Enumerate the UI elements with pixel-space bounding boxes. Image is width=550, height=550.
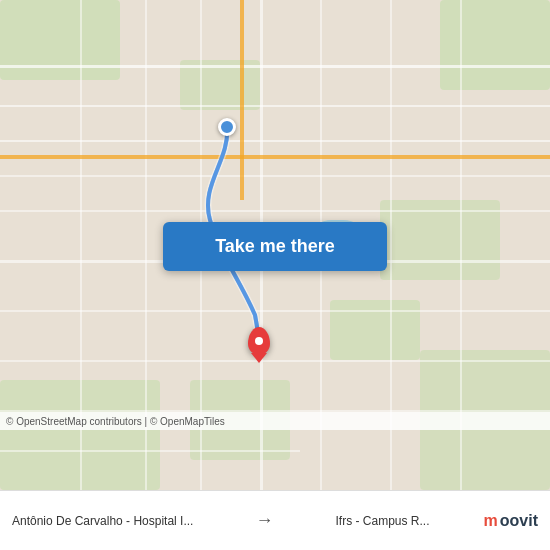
map-road <box>0 310 550 312</box>
map-road <box>0 65 550 68</box>
map-main-road <box>0 155 550 159</box>
take-me-there-button[interactable]: Take me there <box>163 222 387 271</box>
attribution-text: © OpenStreetMap contributors | © OpenMap… <box>6 416 225 427</box>
map-attribution: © OpenStreetMap contributors | © OpenMap… <box>0 412 550 430</box>
destination-marker <box>248 327 270 355</box>
map-greenarea <box>440 0 550 90</box>
moovit-logo-m: m <box>484 512 498 530</box>
map-greenarea <box>380 200 500 280</box>
origin-location: Antônio De Carvalho - Hospital I... <box>12 514 193 528</box>
map-main-road <box>240 0 244 200</box>
moovit-logo-rest: oovit <box>500 512 538 530</box>
origin-label: Antônio De Carvalho - Hospital I... <box>12 514 193 528</box>
destination-label: Ifrs - Campus R... <box>335 514 429 528</box>
map-road <box>0 450 300 452</box>
map-greenarea <box>0 0 120 80</box>
origin-marker <box>218 118 236 136</box>
map-greenarea <box>330 300 420 360</box>
bottom-bar: Antônio De Carvalho - Hospital I... → If… <box>0 490 550 550</box>
map-road <box>0 105 550 107</box>
moovit-logo: moovit <box>484 512 538 530</box>
map-road <box>0 175 550 177</box>
direction-arrow-icon: → <box>255 510 273 531</box>
map-road <box>0 360 550 362</box>
map-road <box>0 140 550 142</box>
map-road <box>0 210 550 212</box>
destination-location: Ifrs - Campus R... <box>335 514 429 528</box>
map-container: Take me there © OpenStreetMap contributo… <box>0 0 550 490</box>
